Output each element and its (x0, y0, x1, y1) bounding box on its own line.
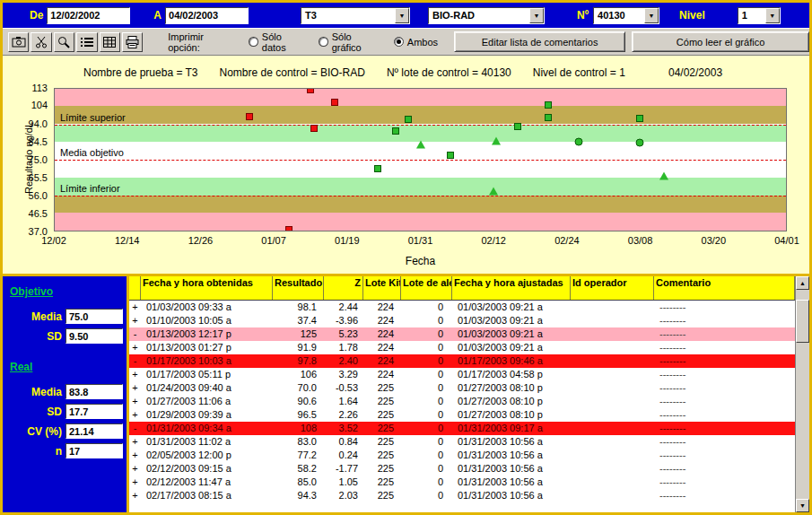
radio-label: Ambos (407, 37, 438, 48)
table-cell: 125 (273, 327, 324, 341)
edit-comments-button[interactable]: Editar lista de comentarios (454, 31, 625, 52)
table-main: Fecha y hora obtenidasResultadoZLote Kit… (129, 276, 795, 512)
data-point-red-square[interactable] (331, 99, 338, 106)
data-point-green-triangle[interactable] (492, 137, 501, 145)
date-to-input[interactable] (165, 7, 249, 24)
target-mean-label: Media (31, 310, 62, 323)
zoom-button[interactable] (54, 32, 74, 52)
table-cell (571, 341, 654, 354)
data-point-red-square[interactable] (307, 88, 314, 93)
print-option-radio[interactable]: Sólo gráfico (319, 31, 381, 53)
radio-button-icon[interactable] (394, 37, 404, 47)
n-input[interactable] (65, 443, 123, 458)
test-select[interactable]: T3 ▼ (301, 7, 410, 24)
table-cell: 01/31/2003 09:17 a (452, 422, 571, 435)
table-row[interactable]: -01/13/2003 12:17 p1255.23224001/03/2003… (129, 327, 795, 341)
table-row[interactable]: +01/03/2003 09:33 a98.12.44224001/03/200… (129, 301, 795, 314)
sd-zone-band (55, 106, 786, 125)
print-button[interactable] (122, 32, 143, 52)
table-row[interactable]: +01/13/2003 01:27 p91.91.78224001/03/200… (129, 341, 795, 354)
data-point-green-square[interactable] (447, 152, 454, 159)
table-row[interactable]: +01/24/2003 09:40 a70.0-0.53225001/27/20… (129, 381, 795, 395)
table-cell: 01/31/2003 10:56 a (452, 489, 571, 502)
grid-button[interactable] (100, 32, 120, 52)
data-point-green-triangle[interactable] (416, 141, 425, 149)
data-point-green-square[interactable] (545, 101, 552, 109)
y-tick-label: 94.0 (29, 118, 48, 129)
real-mean-input[interactable] (65, 384, 123, 399)
target-mean-input[interactable] (65, 309, 123, 324)
table-cell (571, 354, 654, 368)
x-tick-label: 04/01 (774, 235, 799, 246)
chevron-down-icon[interactable]: ▼ (644, 8, 659, 23)
table-cell: 0 (401, 395, 452, 408)
y-tick-label: 113 (31, 83, 48, 93)
level-select[interactable]: 1 ▼ (738, 7, 781, 24)
table-row[interactable]: -01/17/2003 10:03 a97.82.40224001/17/200… (129, 354, 795, 368)
column-header[interactable]: Fecha y hora ajustadas (452, 276, 571, 300)
table-cell: 225 (363, 449, 401, 462)
list-button[interactable] (76, 32, 97, 52)
chevron-down-icon[interactable]: ▼ (529, 8, 544, 23)
table-cell: -------- (654, 489, 795, 502)
column-header[interactable]: Resultado (273, 276, 324, 300)
data-point-green-triangle[interactable] (659, 171, 668, 179)
table-row[interactable]: +02/12/2003 09:15 a58.2-1.77225001/31/20… (129, 462, 795, 476)
table-row[interactable]: +02/05/2003 12:00 p77.20.24225001/31/200… (129, 449, 795, 462)
data-point-green-square[interactable] (514, 123, 521, 130)
table-row[interactable]: +01/17/2003 05:11 p1063.29224001/17/2003… (129, 368, 795, 381)
data-point-red-square[interactable] (310, 125, 318, 132)
column-header[interactable] (129, 276, 141, 300)
print-option-radio[interactable]: Sólo datos (249, 31, 306, 53)
date-from-input[interactable] (47, 7, 130, 24)
vertical-scrollbar[interactable]: ▲ ▼ (795, 276, 809, 512)
data-point-green-square[interactable] (405, 116, 412, 123)
column-header[interactable]: Lote Kit (363, 276, 401, 300)
column-header[interactable]: Id operador (571, 276, 654, 300)
column-header[interactable]: Comentario (654, 276, 795, 300)
chevron-down-icon[interactable]: ▼ (395, 8, 409, 23)
chevron-down-icon[interactable]: ▼ (765, 8, 780, 23)
print-option-radio[interactable]: Ambos (394, 37, 438, 48)
table-cell: + (129, 435, 141, 449)
how-to-read-button[interactable]: Cómo leer el gráfico (632, 31, 809, 52)
camera-button[interactable] (8, 32, 29, 52)
sd-zone-band (55, 213, 786, 231)
control-select[interactable]: BIO-RAD ▼ (428, 7, 545, 24)
table-row[interactable]: +02/12/2003 11:47 a85.01.05225001/31/200… (129, 476, 795, 489)
target-sd-input[interactable] (65, 328, 123, 344)
data-point-green-circle[interactable] (636, 139, 644, 147)
column-header[interactable]: Lote de alergia (401, 276, 452, 300)
table-cell: 01/17/2003 09:46 a (452, 354, 571, 368)
data-point-green-triangle[interactable] (489, 187, 498, 195)
data-point-green-square[interactable] (545, 114, 552, 121)
table-row[interactable]: +01/29/2003 09:39 a96.52.26225001/27/200… (129, 408, 795, 422)
table-row[interactable]: +02/17/2003 08:15 a94.32.03225001/31/200… (129, 489, 795, 502)
lot-select[interactable]: 40130 ▼ (593, 7, 659, 24)
table-cell (571, 476, 654, 489)
table-row[interactable]: +01/10/2003 10:05 a37.4-3.96224001/03/20… (129, 314, 795, 327)
radio-button-icon[interactable] (249, 37, 258, 47)
scroll-down-icon[interactable]: ▼ (796, 499, 809, 512)
table-cell: 3.29 (324, 368, 363, 381)
data-point-red-square[interactable] (285, 226, 292, 231)
real-sd-input[interactable] (65, 404, 123, 419)
cv-input[interactable] (65, 423, 123, 439)
table-cell: -0.53 (324, 381, 363, 395)
data-point-green-square[interactable] (392, 127, 399, 135)
radio-button-icon[interactable] (319, 37, 328, 47)
plot-area: Límite superiorMedia objetivoLímite infe… (54, 88, 787, 231)
target-section-label: Objetivo (10, 285, 123, 298)
scroll-up-icon[interactable]: ▲ (796, 276, 809, 290)
column-header[interactable]: Fecha y hora obtenidas (141, 276, 273, 300)
column-header[interactable]: Z (324, 276, 363, 300)
table-row[interactable]: +01/31/2003 11:02 a83.00.84225001/31/200… (129, 435, 795, 449)
table-row[interactable]: -01/31/2003 09:34 a1083.52225001/31/2003… (129, 422, 795, 435)
data-point-green-circle[interactable] (575, 138, 583, 146)
cut-button[interactable] (31, 32, 51, 52)
scrollbar-thumb[interactable] (796, 300, 809, 343)
data-point-red-square[interactable] (246, 113, 253, 120)
table-row[interactable]: +01/27/2003 11:06 a90.61.64225001/27/200… (129, 395, 795, 408)
data-point-green-square[interactable] (374, 165, 381, 172)
data-point-green-square[interactable] (636, 115, 643, 122)
